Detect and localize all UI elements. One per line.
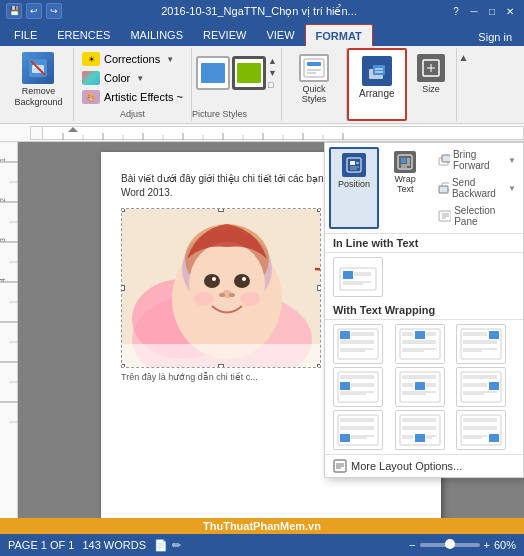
selection-pane-button[interactable]: Selection Pane (435, 203, 519, 229)
watermark-text: ThuThuatPhanMem.vn (203, 520, 321, 532)
zoom-in-button[interactable]: + (484, 539, 490, 551)
position-cell-bc[interactable] (395, 410, 445, 450)
tab-references[interactable]: ERENCES (47, 24, 120, 46)
color-dropdown-arrow: ▼ (136, 74, 144, 83)
pic-styles-arrows: ▲ ▼ □ (268, 56, 277, 90)
corrections-button[interactable]: ☀ Corrections ▼ (78, 50, 187, 68)
resize-handle-bm[interactable] (218, 364, 224, 368)
close-button[interactable]: ✕ (502, 4, 518, 18)
tab-format[interactable]: FORMAT (305, 24, 373, 46)
svg-rect-148 (340, 434, 350, 442)
position-cell-ml[interactable] (333, 367, 383, 407)
watermark: ThuThuatPhanMem.vn (0, 518, 524, 534)
pic-styles-expand[interactable]: □ (268, 80, 277, 90)
tab-review[interactable]: REVIEW (193, 24, 256, 46)
position-cell-mr[interactable] (456, 367, 506, 407)
quick-styles-button[interactable]: QuickStyles (293, 50, 335, 118)
zoom-bar: − + 60% (409, 539, 516, 551)
svg-rect-5 (307, 62, 321, 66)
color-label: Color (104, 72, 130, 84)
ruler-inner (42, 126, 524, 140)
svg-point-58 (204, 274, 220, 288)
bring-forward-button[interactable]: Bring Forward ▼ (435, 147, 519, 173)
svg-rect-84 (439, 186, 448, 193)
remove-bg-icon (22, 52, 54, 84)
artistic-effects-icon: 🎨 (82, 90, 100, 104)
ribbon-collapse[interactable]: ▲ (457, 48, 471, 121)
status-icons: 📄 ✏ (154, 539, 181, 552)
tab-view[interactable]: VIEW (256, 24, 304, 46)
redo-icon[interactable]: ↪ (46, 3, 62, 19)
position-button[interactable]: Position (329, 147, 379, 229)
resize-handle-ml[interactable] (121, 285, 125, 291)
position-cell-tl[interactable] (333, 324, 383, 364)
save-icon[interactable]: 💾 (6, 3, 22, 19)
adjust-group-label: Adjust (74, 109, 191, 119)
corrections-dropdown-arrow: ▼ (166, 55, 174, 64)
panel-top-row: Position Wrap Text Bring Forward ▼ Send … (325, 143, 523, 234)
position-cell-br[interactable] (456, 410, 506, 450)
wrap-text-label: Wrap Text (389, 174, 421, 194)
resize-handle-tr[interactable] (317, 208, 321, 212)
svg-rect-122 (340, 382, 350, 390)
arrange-button[interactable]: Arrange (353, 52, 401, 113)
size-icon (417, 54, 445, 82)
arrange-icon (362, 56, 392, 86)
remove-bg-label: RemoveBackground (14, 86, 62, 108)
remove-background-button[interactable]: RemoveBackground (10, 50, 66, 110)
zoom-slider-thumb (445, 539, 455, 549)
title-bar: 💾 ↩ ↪ 2016-10-31_NgaTTN_Chọn vị trí hiển… (0, 0, 524, 22)
color-button[interactable]: Color ▼ (78, 69, 187, 87)
adjust-items: ☀ Corrections ▼ Color ▼ 🎨 Artistic Effec… (78, 50, 187, 118)
page-info: PAGE 1 OF 1 (8, 539, 74, 551)
pic-styles-up[interactable]: ▲ (268, 56, 277, 66)
undo-icon[interactable]: ↩ (26, 3, 42, 19)
maximize-button[interactable]: □ (484, 4, 500, 18)
size-label: Size (422, 84, 440, 94)
inline-text-section-label: In Line with Text (325, 234, 523, 253)
title-bar-controls: ? ─ □ ✕ (448, 4, 518, 18)
inline-position-cell[interactable] (333, 257, 383, 297)
artistic-effects-button[interactable]: 🎨 Artistic Effects ~ (78, 88, 187, 106)
document-image-container[interactable] (121, 208, 321, 368)
position-cell-mc[interactable] (395, 367, 445, 407)
position-cell-tc[interactable] (395, 324, 445, 364)
title-bar-icons: 💾 ↩ ↪ (6, 3, 62, 19)
resize-handle-br[interactable] (317, 364, 321, 368)
pic-style-2[interactable] (232, 56, 266, 90)
zoom-slider[interactable] (420, 543, 480, 547)
ribbon-group-adjust: ☀ Corrections ▼ Color ▼ 🎨 Artistic Effec… (74, 48, 192, 121)
resize-handle-tl[interactable] (121, 208, 125, 212)
ruler-corner (30, 126, 42, 140)
resize-handle-mr[interactable] (317, 285, 321, 291)
word-count: 143 WORDS (82, 539, 146, 551)
artistic-effects-label: Artistic Effects ~ (104, 91, 183, 103)
bring-forward-label: Bring Forward (453, 149, 505, 171)
send-backward-button[interactable]: Send Backward ▼ (435, 175, 519, 201)
resize-handle-bl[interactable] (121, 364, 125, 368)
tab-file[interactable]: FILE (4, 24, 47, 46)
question-icon[interactable]: ? (448, 4, 464, 18)
svg-rect-96 (340, 331, 350, 339)
pic-style-1[interactable] (196, 56, 230, 90)
arrange-label: Arrange (359, 88, 395, 99)
more-layout-options-button[interactable]: More Layout Options... (325, 454, 523, 477)
ribbon-group-arrange: Arrange (347, 48, 407, 121)
minimize-button[interactable]: ─ (466, 4, 482, 18)
pic-styles-down[interactable]: ▼ (268, 68, 277, 78)
svg-text:2: 2 (0, 198, 6, 202)
size-button[interactable]: Size (411, 50, 451, 108)
wrap-text-button[interactable]: Wrap Text (383, 147, 427, 229)
ribbon-tabs: FILE ERENCES MAILINGS REVIEW VIEW FORMAT… (0, 22, 524, 46)
wrap-text-icon (394, 151, 416, 173)
tab-mailings[interactable]: MAILINGS (120, 24, 193, 46)
doc-status-icon: 📄 (154, 539, 168, 552)
zoom-out-button[interactable]: − (409, 539, 415, 551)
sign-in-button[interactable]: Sign in (470, 28, 520, 46)
position-cell-tr[interactable] (456, 324, 506, 364)
svg-text:4: 4 (0, 278, 6, 282)
resize-handle-tm[interactable] (218, 208, 224, 212)
svg-rect-75 (401, 158, 406, 163)
position-cell-bl[interactable] (333, 410, 383, 450)
indent-marker[interactable] (68, 127, 78, 141)
